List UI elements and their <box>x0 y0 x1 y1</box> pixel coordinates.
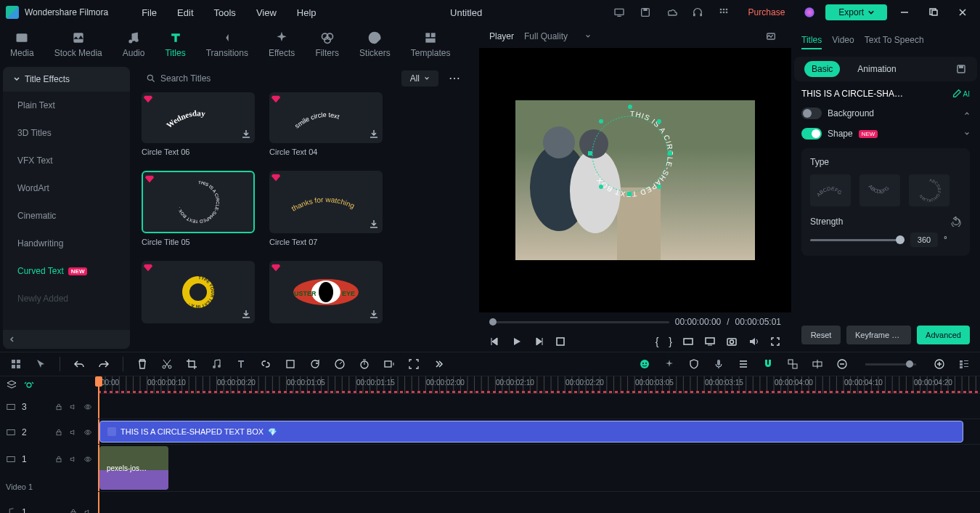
auto-link-icon[interactable] <box>23 379 35 391</box>
sidebar-item-newly-added[interactable]: Newly Added <box>3 285 130 312</box>
ai-edit-button[interactable]: AI <box>952 89 970 99</box>
chevron-up-icon[interactable] <box>964 110 970 116</box>
more-tools-icon[interactable] <box>433 358 444 370</box>
camera-icon[interactable] <box>726 336 738 347</box>
trash-icon[interactable] <box>136 358 148 370</box>
fullscreen-icon[interactable] <box>769 336 781 347</box>
layers-icon[interactable] <box>6 379 17 391</box>
redo-icon[interactable] <box>98 358 110 370</box>
track-2[interactable]: THIS IS A CIRCLE-SHAPED TEXT BOX 💎 <box>98 419 980 445</box>
marker-icon[interactable] <box>383 358 395 370</box>
apps-icon[interactable] <box>718 7 730 18</box>
type-arc-down[interactable]: ABCDEFG <box>859 174 900 206</box>
sidebar-item-vfx-text[interactable]: VFX Text <box>3 147 130 174</box>
pointer-icon[interactable] <box>35 358 46 370</box>
timeline[interactable]: 00:00 00:00:00:10 00:00:00:20 00:00:01:0… <box>98 376 980 513</box>
download-icon[interactable] <box>368 129 380 140</box>
sparkle-icon[interactable] <box>663 358 675 370</box>
reset-icon[interactable] <box>951 217 961 227</box>
track-head-3[interactable]: 3 <box>0 394 98 419</box>
sidebar-header[interactable]: Title Effects <box>3 67 130 92</box>
list-icon[interactable] <box>738 358 749 370</box>
download-icon[interactable] <box>240 309 252 320</box>
title-card-selected[interactable]: THIS IS A CIRCLE-SHAPED TEXT BOX · Circl… <box>142 171 255 246</box>
mark-out-icon[interactable]: } <box>669 336 672 347</box>
save-preset-icon[interactable] <box>955 63 967 75</box>
background-toggle[interactable] <box>801 108 822 119</box>
close-icon[interactable] <box>957 7 968 18</box>
minimize-icon[interactable] <box>899 7 910 18</box>
zoom-slider[interactable] <box>865 363 916 365</box>
advanced-button[interactable]: Advanced <box>917 326 970 344</box>
view-mode-icon[interactable] <box>958 358 970 370</box>
title-card[interactable]: smile circle text Circle Text 04 <box>269 92 383 156</box>
view-menu[interactable]: View <box>249 4 284 21</box>
aspect-icon[interactable] <box>682 336 694 347</box>
sidebar-collapse-button[interactable] <box>3 330 130 349</box>
magnet-icon[interactable] <box>762 358 774 370</box>
subtab-basic[interactable]: Basic <box>804 61 840 77</box>
timer-icon[interactable] <box>359 358 370 370</box>
track-3[interactable] <box>98 394 980 419</box>
crop-icon[interactable] <box>186 358 197 370</box>
keyframe-icon[interactable] <box>812 358 823 370</box>
chevron-down-icon[interactable] <box>964 131 970 137</box>
mute-icon[interactable] <box>69 403 78 411</box>
download-icon[interactable] <box>240 129 252 140</box>
mic-icon[interactable] <box>713 358 724 370</box>
headphones-icon[interactable] <box>692 7 703 18</box>
props-tab-titles[interactable]: Titles <box>801 32 822 49</box>
subtab-animation[interactable]: Animation <box>850 61 903 77</box>
tab-filters[interactable]: Filters <box>315 31 339 58</box>
tab-media[interactable]: Media <box>10 31 34 58</box>
track-1[interactable]: pexels-jos… <box>98 445 980 492</box>
track-head-2[interactable]: 2 <box>0 419 98 445</box>
video-clip[interactable]: pexels-jos… <box>99 446 168 490</box>
shield-icon[interactable] <box>688 358 700 370</box>
mute-icon[interactable] <box>69 455 78 464</box>
sidebar-item-wordart[interactable]: WordArt <box>3 174 130 202</box>
quality-select[interactable]: Full Quality <box>524 31 591 41</box>
props-tab-tts[interactable]: Text To Speech <box>865 32 924 49</box>
export-button[interactable]: Export <box>825 4 887 20</box>
search-input[interactable]: Search Titles <box>142 69 396 88</box>
speed-icon[interactable] <box>334 358 346 370</box>
smart-icon[interactable] <box>639 358 650 370</box>
lock-icon[interactable] <box>54 428 63 437</box>
edit-menu[interactable]: Edit <box>170 4 200 21</box>
panel-icon[interactable] <box>10 358 22 370</box>
eye-icon[interactable] <box>83 455 92 464</box>
sidebar-item-3d-titles[interactable]: 3D Titles <box>3 119 130 147</box>
title-clip[interactable]: THIS IS A CIRCLE-SHAPED TEXT BOX 💎 <box>99 421 963 443</box>
lock-icon[interactable] <box>54 403 63 411</box>
mark-in-icon[interactable]: { <box>656 336 659 347</box>
sidebar-item-handwriting[interactable]: Handwriting <box>3 230 130 257</box>
keyframe-button[interactable]: Keyframe P… <box>846 326 911 344</box>
volume-icon[interactable] <box>748 336 759 347</box>
ruler[interactable]: 00:00 00:00:00:10 00:00:00:20 00:00:01:0… <box>98 376 980 394</box>
more-options-button[interactable]: ⋯ <box>444 68 465 88</box>
title-card[interactable]: TYPE YOUR TEXT IN A · <box>142 261 255 323</box>
play-icon[interactable] <box>511 336 523 347</box>
undo-icon[interactable] <box>73 358 85 370</box>
type-arc-up[interactable]: ABCDEFG <box>810 174 851 206</box>
cloud-icon[interactable] <box>666 7 677 18</box>
zoom-out-icon[interactable] <box>836 358 848 370</box>
file-menu[interactable]: File <box>134 4 164 21</box>
save-icon[interactable] <box>640 7 651 18</box>
tab-stickers[interactable]: Stickers <box>359 31 391 58</box>
title-card[interactable]: thanks for watching Circle Text 07 <box>269 171 383 246</box>
eye-icon[interactable] <box>83 428 92 437</box>
download-icon[interactable] <box>368 309 380 320</box>
lock-icon[interactable] <box>54 455 63 464</box>
shape-toggle[interactable] <box>801 128 822 140</box>
stop-icon[interactable] <box>555 336 566 347</box>
props-tab-video[interactable]: Video <box>832 32 854 49</box>
purchase-button[interactable]: Purchase <box>740 4 794 20</box>
device-icon[interactable] <box>613 7 625 18</box>
prev-frame-icon[interactable] <box>489 336 501 347</box>
zoom-in-icon[interactable] <box>934 358 945 370</box>
player-stage[interactable]: THIS IS A CIRCLE-SHAPED TEXT BOX · <box>479 48 791 312</box>
snapshot-icon[interactable] <box>765 31 777 42</box>
crop2-icon[interactable] <box>285 358 296 370</box>
